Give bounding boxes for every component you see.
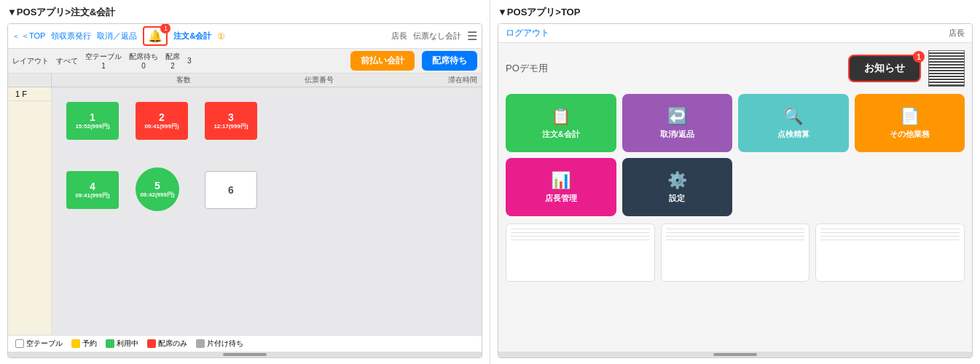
cancel-nav-label: 取消／返品 [97,31,137,41]
legend-cleanup: 片付け待ち [196,339,243,349]
serving-label: 配席 [165,52,180,62]
scroll-indicator [8,352,482,357]
top-area: POデモ用 お知らせ 1 [506,50,965,87]
manager-tile-icon: 📊 [551,171,571,190]
table-1[interactable]: 1 15:52(999円) [66,102,119,140]
left-panel: ▼POSアプリ>注文&会計 ＜ ＜TOP 領収票発行 取消／返品 🔔 1 [0,0,490,364]
right-top-bar: ログアウト 店長 [498,24,972,43]
right-scroll-bar [713,353,757,356]
empty-table-count: 1 [101,62,106,70]
receipt-label: 領収票発行 [51,31,91,41]
cancel-button[interactable]: 取消／返品 [97,31,137,41]
layout-tab[interactable]: レイアウト [12,56,49,66]
legend-reserved-label: 予約 [82,339,97,349]
legend-seating-box [147,339,156,348]
cancel-tile-icon: ↩️ [667,107,687,126]
manager-nav-label: 店長 [391,31,407,41]
chevron-left-icon: ＜ [12,31,20,41]
legend-inuse-box [106,339,114,348]
demo-label: POデモ用 [506,62,548,75]
guests-col: 客数 [52,74,195,87]
back-button[interactable]: ＜ ＜TOP [12,31,45,41]
serving-count: 2 [170,62,175,70]
reserved-count: 0 [141,62,146,70]
floor-sidebar: 1 F [8,87,52,335]
legend-seating-only: 配席のみ [147,339,187,349]
right-content: POデモ用 お知らせ 1 📋 注文&会計 ↩️ [498,43,972,352]
table-6[interactable]: 6 [205,171,257,209]
legend-reserved: 予約 [71,339,97,349]
bottom-panels [506,223,965,282]
all-tab[interactable]: すべて [56,56,78,66]
notification-button[interactable]: お知らせ 1 [848,55,921,82]
floor-label: 1 F [8,87,52,101]
scroll-bar [223,353,267,356]
table-4[interactable]: 4 09:41(999円) [66,171,119,209]
hamburger-icon[interactable]: ☰ [467,29,477,43]
bottom-panel-3 [815,223,965,282]
col-headers: 客数 伝票番号 滞在時間 [8,74,482,87]
legend-cleanup-box [196,339,205,348]
top-nav: ＜ ＜TOP 領収票発行 取消／返品 🔔 1 注文&会計 ① 店長 伝票 [8,24,482,49]
other-tile-icon: 📄 [900,107,920,126]
no-receipt-label: 伝票なし会計 [413,31,461,41]
empty-table-label: 空テーブル [85,52,122,62]
settings-tile-icon: ⚙️ [667,171,687,190]
waiting-tab[interactable]: 3 [187,57,192,65]
seating-wait-button[interactable]: 配席待ち [422,51,477,71]
empty-table-tab[interactable]: 空テーブル 1 [85,52,122,70]
receipt-button[interactable]: 領収票発行 [51,31,91,41]
nav-badge: 1 [160,23,170,33]
legend-reserved-box [71,339,80,348]
table-5[interactable]: 5 09:42(999円) [136,167,179,211]
bottom-panel-1 [506,223,655,282]
nav-warning-icon: ① [217,31,225,41]
left-app-frame: ＜ ＜TOP 領収票発行 取消／返品 🔔 1 注文&会計 ① 店長 伝票 [7,23,482,358]
legend-cleanup-label: 片付け待ち [207,339,243,349]
table-3[interactable]: 3 12:17(999円) [205,102,257,140]
check-tile-icon: 🔍 [783,107,803,126]
serving-tab[interactable]: 配席 2 [165,52,180,70]
floor-col [8,74,52,87]
legend-inuse-label: 利用中 [117,339,138,349]
legend-empty-box [15,339,24,348]
menu-grid: 📋 注文&会計 ↩️ 取消/返品 🔍 点検精算 📄 その他業務 [506,94,965,216]
right-app-frame: ログアウト 店長 POデモ用 お知らせ 1 [498,23,973,358]
qr-code [928,50,965,87]
manager-tile-label: 店長管理 [545,193,577,204]
order-tile-label: 注文&会計 [542,129,580,140]
settings-tile-label: 設定 [669,193,685,204]
legend-in-use: 利用中 [106,339,138,349]
menu-tile-manager[interactable]: 📊 店長管理 [506,158,616,216]
table-grid: 1 15:52(999円) 2 09:41(999円) 3 12:17(999円… [52,87,482,335]
elapsed-col: 滞在時間 [338,74,482,87]
order-tile-icon: 📋 [551,107,571,126]
other-tile-label: その他業務 [890,129,930,140]
order-nav-highlighted[interactable]: 🔔 1 [143,26,168,46]
menu-tile-check[interactable]: 🔍 点検精算 [738,94,849,152]
right-scroll-indicator [498,352,972,357]
cancel-tile-label: 取消/返品 [660,129,694,140]
bottom-panel-2 [661,223,810,282]
menu-tile-cancel[interactable]: ↩️ 取消/返品 [622,94,733,152]
page-container: ▼POSアプリ>注文&会計 ＜ ＜TOP 領収票発行 取消／返品 🔔 1 [0,0,980,364]
order-nav-label: 注文&会計 [173,31,211,41]
notification-label: お知らせ [864,62,905,74]
logout-button[interactable]: ログアウト [506,27,549,39]
sub-nav: レイアウト すべて 空テーブル 1 配席待ち 0 配席 2 [8,49,482,74]
menu-tile-order[interactable]: 📋 注文&会計 [506,94,616,152]
legend-seating-label: 配席のみ [158,339,187,349]
right-panel: ▼POSアプリ>TOP ログアウト 店長 POデモ用 お知らせ 1 [490,0,980,364]
reserved-tab[interactable]: 配席待ち 0 [129,52,158,70]
slip-col: 伝票番号 [195,74,339,87]
all-label: すべて [56,56,78,66]
right-section-title: ▼POSアプリ>TOP [498,6,973,19]
menu-tile-other[interactable]: 📄 その他業務 [855,94,965,152]
right-manager-label: 店長 [949,28,965,39]
table-2[interactable]: 2 09:41(999円) [136,102,188,140]
prepay-button[interactable]: 前払い会計 [350,51,415,71]
menu-tile-settings[interactable]: ⚙️ 設定 [622,158,733,216]
legend-empty-label: 空テーブル [26,339,63,349]
legend-empty: 空テーブル [15,339,63,349]
table-grid-area: 1 F 1 15:52(999円) 2 09:41(999円) 3 [8,87,482,335]
